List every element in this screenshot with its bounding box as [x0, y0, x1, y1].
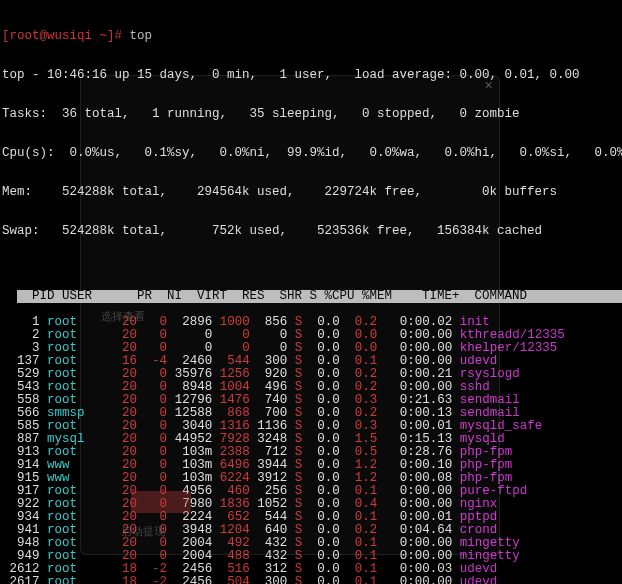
summary-tasks: Tasks: 36 total, 1 running, 35 sleeping,… [2, 108, 620, 121]
process-row: 2617 root 18 -2 2456 504 300 S 0.0 0.1 0… [2, 576, 620, 584]
terminal: [root@wusiqi ~]# top top - 10:46:16 up 1… [0, 0, 622, 584]
summary-swap: Swap: 524288k total, 752k used, 523536k … [2, 225, 620, 238]
summary-cpu: Cpu(s): 0.0%us, 0.1%sy, 0.0%ni, 99.9%id,… [2, 147, 620, 160]
process-header: PID USER PR NI VIRT RES SHR S %CPU %MEM … [17, 290, 622, 303]
summary-uptime: top - 10:46:16 up 15 days, 0 min, 1 user… [2, 69, 620, 82]
summary-mem: Mem: 524288k total, 294564k used, 229724… [2, 186, 620, 199]
prompt-line: [root@wusiqi ~]# top [2, 30, 620, 43]
process-list: 1 root 20 0 2896 1000 856 S 0.0 0.2 0:00… [2, 316, 620, 584]
blank [2, 264, 620, 277]
